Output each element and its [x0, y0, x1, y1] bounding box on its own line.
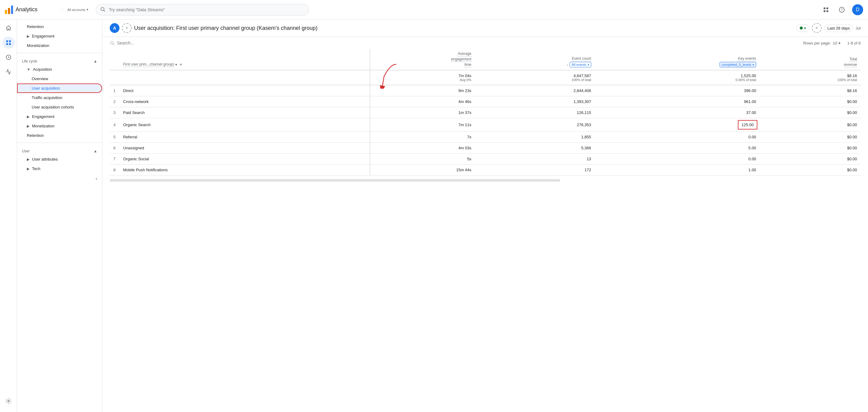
sidebar-item-retention-top[interactable]: Retention — [17, 22, 102, 31]
add-dimension-icon[interactable]: + — [180, 62, 182, 67]
row-dimension[interactable]: Cross-network — [120, 96, 370, 107]
row-event-count: 1,855 — [475, 132, 595, 142]
sidebar-item-label: Tech — [32, 166, 40, 171]
layout: Retention ▶ Engagement Monetization Life… — [0, 20, 868, 412]
row-dimension[interactable]: Mobile Push Notifications — [120, 164, 370, 176]
table-row: 6 Unassigned 4m 03s 5,366 5.00 $0.00 — [110, 142, 861, 154]
sidebar-item-overview[interactable]: Overview — [17, 74, 102, 84]
totals-dimension — [120, 70, 370, 85]
col-label: Event count — [572, 56, 591, 61]
row-dimension[interactable]: Direct — [120, 85, 370, 96]
rows-per-page-select[interactable]: 10 ▾ — [833, 41, 840, 45]
col-header-total-revenue: Total revenue — [760, 49, 861, 70]
table-row: 5 Referral 7s 1,855 0.00 $0.00 — [110, 132, 861, 142]
date-range-selector[interactable]: Last 28 days — [824, 24, 854, 32]
status-badge[interactable]: ▾ — [796, 24, 809, 32]
sidebar-item-label: Acquisition — [33, 67, 52, 72]
table-search — [110, 40, 178, 45]
row-avg-engagement: 7s — [370, 132, 475, 142]
row-key-events: 37.00 — [595, 107, 760, 118]
help-icon[interactable]: ? — [836, 4, 847, 15]
svg-point-0 — [101, 7, 104, 11]
collapse-icon[interactable]: ▲ — [94, 149, 97, 153]
reports-icon[interactable] — [2, 37, 14, 49]
col-header-avg-engagement: Average engagement time — [370, 49, 475, 70]
totals-avg-engagement: 7m 04s Avg 0% — [370, 70, 475, 85]
row-event-count: 5,366 — [475, 142, 595, 154]
collapse-icon[interactable]: ▲ — [94, 59, 97, 63]
row-dimension[interactable]: Organic Search — [120, 118, 370, 132]
row-total-revenue: $0.00 — [760, 142, 861, 154]
sidebar-item-tech[interactable]: ▶ Tech — [17, 164, 102, 173]
sidebar-item-monetization-top[interactable]: Monetization — [17, 41, 102, 50]
row-dimension[interactable]: Organic Social — [120, 154, 370, 164]
sidebar-item-engagement[interactable]: ▶ Engagement — [17, 112, 102, 121]
sidebar-item-traffic-acquisition[interactable]: Traffic acquisition — [17, 93, 102, 102]
sidebar-item-user-acquisition[interactable]: User acquisition — [17, 84, 102, 93]
sidebar-item-monetization[interactable]: ▶ Monetization — [17, 121, 102, 131]
row-dimension[interactable]: Unassigned — [120, 142, 370, 154]
report-actions: ▾ + Last 28 days Jul — [796, 23, 861, 33]
section-label: User — [22, 149, 30, 153]
sidebar-item-retention[interactable]: Retention — [17, 131, 102, 140]
row-dimension[interactable]: Paid Search — [120, 107, 370, 118]
col-label: Average — [458, 52, 471, 56]
row-avg-engagement: 15m 44s — [370, 164, 475, 176]
svg-rect-10 — [6, 43, 8, 45]
row-key-events: 961.00 — [595, 96, 760, 107]
dimension-filter-icon[interactable]: ▾ — [175, 62, 177, 67]
horizontal-scrollbar[interactable] — [110, 179, 560, 182]
row-key-events: 0.00 — [595, 132, 760, 142]
search-input[interactable] — [96, 4, 309, 15]
filter-label: All events — [572, 63, 586, 66]
event-count-filter[interactable]: All events ▾ — [569, 62, 591, 67]
sidebar-item-label: User acquisition — [32, 86, 60, 91]
section-label: Life cycle — [22, 59, 37, 63]
svg-rect-9 — [9, 40, 11, 42]
add-comparison-button[interactable]: + — [812, 23, 822, 33]
row-total-revenue: $0.00 — [760, 96, 861, 107]
lifecycle-section-header: Life cycle ▲ — [17, 56, 102, 65]
row-total-revenue: $0.00 — [760, 154, 861, 164]
svg-point-14 — [111, 41, 113, 44]
chevron-icon: ▶ — [27, 115, 30, 119]
apps-icon[interactable] — [820, 4, 831, 15]
row-num: 5 — [110, 132, 120, 142]
avatar[interactable]: D — [852, 4, 863, 15]
row-avg-engagement: 5s — [370, 154, 475, 164]
dropdown-icon: ▾ — [838, 41, 841, 45]
row-dimension[interactable]: Referral — [120, 132, 370, 142]
account-selector[interactable]: All accounts ▾ — [62, 8, 88, 11]
row-key-events: 5.00 — [595, 142, 760, 154]
row-key-events: 1.00 — [595, 164, 760, 176]
sidebar-item-acquisition[interactable]: ▼ Acquisition — [17, 65, 102, 74]
svg-line-15 — [113, 44, 114, 45]
row-total-revenue: $0.00 — [760, 132, 861, 142]
sidebar-collapse-btn[interactable]: ‹ — [17, 173, 102, 184]
row-total-revenue: $0.00 — [760, 164, 861, 176]
settings-icon[interactable] — [2, 395, 14, 407]
svg-point-13 — [8, 401, 9, 402]
sidebar-item-engagement-top[interactable]: ▶ Engagement — [17, 31, 102, 41]
table-search-input[interactable] — [117, 40, 178, 45]
row-avg-engagement: 7m 11s — [370, 118, 475, 132]
svg-rect-11 — [9, 43, 11, 45]
explore-icon[interactable] — [2, 51, 14, 63]
add-report-button[interactable]: + — [122, 23, 132, 33]
row-key-events: 125.00 — [595, 118, 760, 132]
advertising-icon[interactable] — [2, 66, 14, 78]
table-row: 3 Paid Search 1m 37s 126,115 37.00 $0.00 — [110, 107, 861, 118]
row-num: 7 — [110, 154, 120, 164]
svg-text:?: ? — [841, 8, 843, 11]
table-row: 1 Direct 9m 23s 2,844,406 396.00 $8.16 — [110, 85, 861, 96]
sidebar-item-user-attributes[interactable]: ▶ User attributes — [17, 155, 102, 164]
key-events-filter[interactable]: completed_5_levels ▾ — [720, 62, 756, 67]
topbar-right: ? D — [820, 4, 863, 15]
sidebar-item-user-acquisition-cohorts[interactable]: User acquisition cohorts — [17, 102, 102, 112]
totals-key-events: 1,525.00 0.06% of total — [595, 70, 760, 85]
home-icon[interactable] — [2, 22, 14, 34]
row-total-revenue: $8.16 — [760, 85, 861, 96]
chevron-icon: ▶ — [27, 124, 30, 128]
user-section-header: User ▲ — [17, 145, 102, 155]
totals-total-revenue: $8.16 100% of total — [760, 70, 861, 85]
